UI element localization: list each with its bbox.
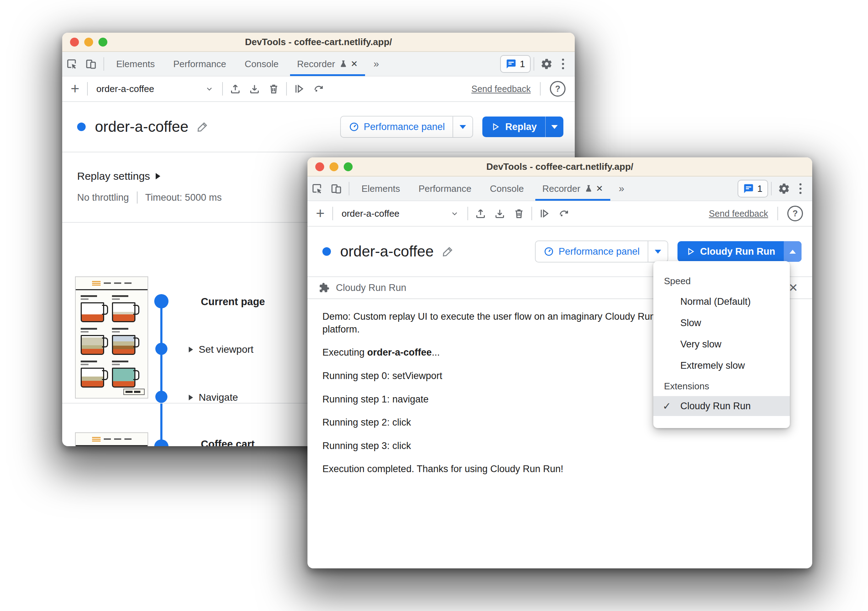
step-navigate[interactable]: Navigate — [189, 392, 238, 403]
divider — [540, 82, 541, 96]
settings-button[interactable] — [775, 183, 794, 195]
performance-panel-dropdown-button[interactable] — [453, 116, 473, 137]
coffee-cup — [112, 368, 135, 388]
coffee-cup — [81, 302, 104, 322]
replay-split-button: Replay — [482, 116, 563, 137]
divider — [87, 82, 88, 96]
replay-options-menu: Speed Normal (Default) Slow Very slow Ex… — [653, 261, 790, 428]
recording-select[interactable]: order-a-coffee — [336, 208, 465, 219]
performance-panel-button[interactable]: Performance panel — [536, 241, 647, 262]
close-panel-button[interactable]: ✕ — [788, 282, 798, 294]
menu-item-normal[interactable]: Normal (Default) — [653, 291, 790, 312]
inspect-cursor-icon — [66, 58, 78, 70]
titlebar[interactable]: DevTools - coffee-cart.netlify.app/ — [307, 157, 812, 176]
more-tabs-button[interactable]: » — [367, 52, 386, 76]
menu-item-extremely-slow[interactable]: Extremely slow — [653, 355, 790, 376]
tab-recorder[interactable]: Recorder ✕ — [533, 176, 612, 201]
device-toolbar-button[interactable] — [327, 176, 346, 201]
replay-button[interactable]: Replay — [482, 116, 545, 137]
performance-panel-split-button: Performance panel — [535, 240, 668, 263]
add-recording-button[interactable]: + — [66, 78, 84, 99]
delete-recording-button[interactable] — [509, 207, 529, 220]
record-again-button[interactable] — [309, 82, 328, 95]
import-recording-button[interactable] — [245, 83, 264, 95]
replay-dropdown-button[interactable] — [546, 116, 563, 137]
chevron-down-icon — [460, 125, 466, 129]
chevron-down-icon — [450, 209, 459, 218]
close-tab-icon[interactable]: ✕ — [351, 59, 358, 69]
window-title: DevTools - coffee-cart.netlify.app/ — [62, 37, 575, 48]
recording-select[interactable]: order-a-coffee — [91, 84, 219, 94]
gear-icon — [541, 58, 553, 70]
replay-sections-button[interactable] — [535, 207, 554, 220]
help-button[interactable]: ? — [550, 81, 566, 97]
recording-heading-row: order-a-coffee Performance panel — [62, 102, 575, 152]
recording-title: order-a-coffee — [95, 118, 188, 135]
divider — [771, 182, 772, 195]
tab-elements[interactable]: Elements — [352, 176, 409, 201]
step-dot-coffee-cart[interactable] — [154, 439, 169, 446]
menu-item-very-slow[interactable]: Very slow — [653, 334, 790, 355]
tab-performance[interactable]: Performance — [164, 52, 235, 76]
step-current-page[interactable]: Current page — [201, 296, 265, 308]
divider — [222, 82, 223, 96]
cloudy-run-run-split-button: Cloudy Run Run — [677, 241, 801, 262]
more-options-button[interactable] — [794, 183, 807, 194]
tab-console[interactable]: Console — [235, 52, 288, 76]
more-tabs-button[interactable]: » — [612, 176, 631, 201]
chevron-down-icon — [205, 85, 214, 93]
step-set-viewport[interactable]: Set viewport — [189, 344, 253, 355]
thumbnail-site-header — [76, 277, 147, 290]
send-feedback-link[interactable]: Send feedback — [471, 84, 531, 94]
play-through-icon — [293, 83, 305, 95]
expander-arrow-icon[interactable] — [189, 394, 193, 401]
output-line-executing: Executing order-a-coffee... — [322, 346, 678, 359]
close-tab-icon[interactable]: ✕ — [596, 184, 603, 193]
export-recording-button[interactable] — [471, 207, 490, 220]
tab-elements[interactable]: Elements — [107, 52, 164, 76]
delete-recording-button[interactable] — [264, 83, 283, 95]
replay-options-dropdown-button[interactable] — [784, 241, 801, 262]
help-button[interactable]: ? — [787, 206, 803, 221]
export-recording-button[interactable] — [226, 83, 245, 95]
send-feedback-link[interactable]: Send feedback — [709, 209, 768, 219]
step-dot-set-viewport[interactable] — [155, 343, 167, 355]
tab-recorder[interactable]: Recorder ✕ — [288, 52, 367, 76]
titlebar[interactable]: DevTools - coffee-cart.netlify.app/ — [62, 32, 575, 52]
recorder-toolbar: + order-a-coffee — [307, 201, 812, 227]
device-toolbar-icon — [85, 58, 97, 70]
step-dot-current-page[interactable] — [154, 294, 169, 308]
gear-icon — [778, 183, 790, 195]
cloudy-run-run-button[interactable]: Cloudy Run Run — [677, 241, 784, 262]
expander-arrow-icon[interactable] — [189, 347, 193, 353]
steps-timeline — [160, 301, 163, 446]
edit-title-button[interactable] — [442, 245, 454, 258]
device-toolbar-button[interactable] — [81, 52, 101, 76]
import-recording-button[interactable] — [490, 207, 509, 220]
issues-counter[interactable]: 1 — [500, 55, 531, 73]
tab-performance[interactable]: Performance — [409, 176, 480, 201]
step-dot-navigate[interactable] — [155, 391, 167, 403]
coffee-logo-icon — [92, 281, 101, 286]
record-again-button[interactable] — [554, 207, 574, 220]
group-coffee-cart[interactable]: Coffee cart https://coffee-cart.netlify.… — [201, 438, 318, 446]
edit-title-button[interactable] — [196, 121, 209, 133]
more-options-button[interactable] — [556, 59, 570, 69]
window-title: DevTools - coffee-cart.netlify.app/ — [307, 161, 812, 172]
settings-button[interactable] — [537, 58, 556, 70]
trash-icon — [268, 83, 280, 95]
recording-name: order-a-coffee — [342, 208, 400, 219]
performance-panel-button[interactable]: Performance panel — [341, 116, 453, 137]
coffee-cup — [81, 368, 104, 388]
performance-panel-dropdown-button[interactable] — [648, 241, 668, 262]
expander-arrow-icon — [156, 173, 160, 179]
tab-console[interactable]: Console — [480, 176, 533, 201]
divider — [137, 192, 138, 204]
add-recording-button[interactable]: + — [311, 203, 330, 224]
inspect-element-button[interactable] — [62, 52, 81, 76]
issues-counter[interactable]: 1 — [738, 180, 768, 198]
menu-item-cloudy-run-run[interactable]: ✓ Cloudy Run Run — [653, 396, 790, 416]
menu-item-slow[interactable]: Slow — [653, 312, 790, 334]
replay-sections-button[interactable] — [290, 83, 309, 95]
inspect-element-button[interactable] — [307, 176, 327, 201]
